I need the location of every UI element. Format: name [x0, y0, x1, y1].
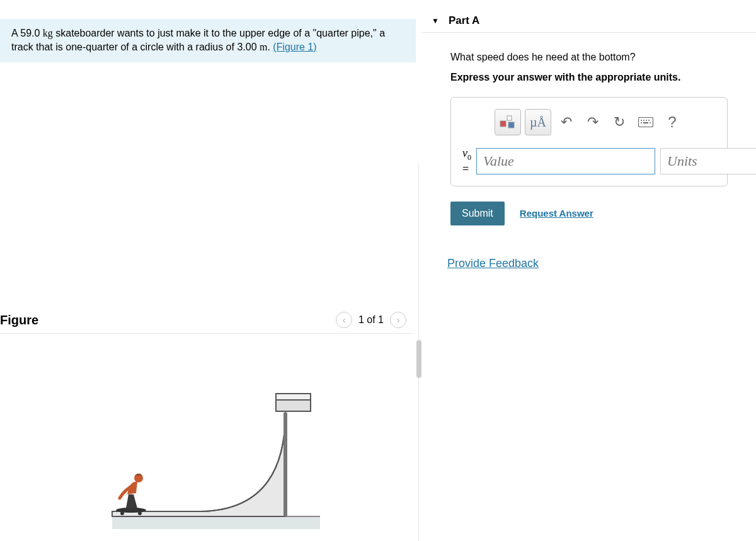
reset-button[interactable]: ↻: [608, 111, 631, 134]
reset-icon: ↻: [614, 114, 625, 130]
svg-rect-11: [508, 122, 514, 128]
problem-text-2: skateboarder wants to just make it to th…: [11, 28, 385, 52]
templates-icon: [500, 115, 516, 129]
symbols-button[interactable]: µÅ: [525, 109, 551, 135]
redo-button[interactable]: ↷: [581, 111, 604, 134]
svg-point-16: [648, 120, 650, 121]
svg-point-18: [650, 122, 651, 123]
figure-next-button[interactable]: ›: [390, 312, 406, 328]
problem-statement: A 59.0 kg skateboarder wants to just mak…: [0, 19, 416, 62]
svg-point-15: [646, 120, 647, 121]
unit-kg: kg: [43, 28, 53, 38]
answer-box: µÅ ↶ ↷ ↻: [450, 97, 728, 186]
svg-rect-10: [507, 116, 512, 120]
svg-rect-19: [643, 122, 648, 123]
svg-rect-9: [500, 121, 506, 127]
figure-title: Figure: [0, 313, 38, 327]
question-text: What speed does he need at the bottom?: [450, 52, 756, 63]
svg-point-7: [138, 511, 142, 515]
svg-point-13: [641, 120, 642, 121]
keyboard-button[interactable]: [634, 111, 657, 134]
part-label: Part A: [449, 14, 479, 27]
svg-rect-0: [112, 516, 320, 529]
figure-prev-button[interactable]: ‹: [336, 312, 352, 328]
unit-m: m: [260, 42, 267, 52]
problem-text-1: A 59.0: [11, 28, 43, 38]
svg-point-5: [116, 508, 146, 513]
undo-button[interactable]: ↶: [555, 111, 578, 134]
request-answer-link[interactable]: Request Answer: [520, 208, 593, 219]
svg-point-14: [643, 120, 644, 121]
figure-image: [74, 359, 339, 535]
variable-label: v0 =: [462, 147, 471, 176]
svg-point-17: [641, 122, 642, 123]
help-button[interactable]: ?: [661, 111, 684, 134]
chevron-right-icon: ›: [397, 315, 400, 325]
value-input[interactable]: [476, 148, 655, 174]
svg-rect-4: [276, 400, 311, 411]
units-input[interactable]: [660, 148, 756, 174]
provide-feedback-link[interactable]: Provide Feedback: [447, 257, 539, 270]
figure-page-indicator: 1 of 1: [358, 314, 384, 326]
keyboard-icon: [638, 117, 653, 127]
templates-button[interactable]: [495, 109, 521, 135]
redo-icon: ↷: [587, 114, 598, 130]
problem-text-3: .: [267, 42, 273, 52]
svg-rect-2: [284, 413, 287, 516]
undo-icon: ↶: [561, 114, 572, 130]
svg-rect-3: [276, 394, 311, 400]
caret-down-icon: ▼: [432, 16, 439, 25]
part-header[interactable]: ▼ Part A: [422, 9, 756, 33]
svg-point-6: [120, 511, 124, 515]
figure-link[interactable]: (Figure 1): [273, 42, 316, 52]
instruction-text: Express your answer with the appropriate…: [450, 72, 756, 83]
pane-divider[interactable]: [416, 164, 422, 541]
submit-button[interactable]: Submit: [450, 202, 505, 225]
chevron-left-icon: ‹: [343, 315, 346, 325]
